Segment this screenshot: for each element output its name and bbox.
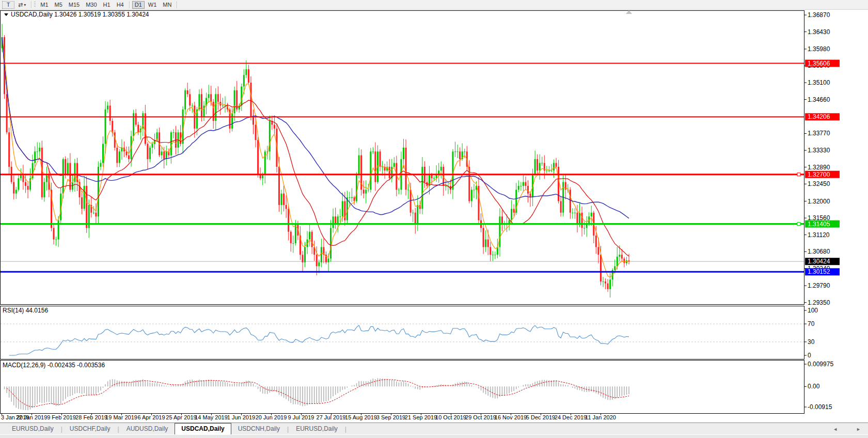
- arrows-tool-button[interactable]: ⇄ ▾: [15, 1, 28, 9]
- candle-body: [172, 132, 174, 133]
- candle-body: [518, 186, 519, 190]
- candle-body: [623, 259, 625, 263]
- time-scale[interactable]: [0, 414, 804, 421]
- candle-body: [597, 247, 599, 255]
- timeframe-button-m30[interactable]: M30: [83, 1, 99, 9]
- candle-body: [241, 86, 242, 105]
- candle-body: [485, 240, 486, 247]
- candle-body: [337, 216, 339, 224]
- candle-body: [105, 110, 106, 144]
- chart-tab-audusd-daily[interactable]: AUDUSD,Daily: [120, 424, 175, 434]
- timeframe-button-w1[interactable]: W1: [146, 1, 160, 9]
- candle-body: [349, 197, 350, 198]
- price-scale[interactable]: [804, 10, 868, 413]
- timeframe-button-m15[interactable]: M15: [66, 1, 82, 9]
- candle-body: [374, 151, 376, 182]
- candle-body: [161, 151, 163, 155]
- candle-body: [536, 159, 538, 170]
- candle-body: [553, 163, 555, 170]
- candle-body: [109, 105, 111, 121]
- candle-body: [86, 186, 87, 228]
- candle-body: [410, 190, 412, 212]
- toolbar-separator: [177, 1, 177, 8]
- candle-body: [290, 232, 292, 243]
- candle-body: [255, 124, 257, 140]
- macd-indicator-label: MACD(12,26,9) -0.002435 -0.003536: [3, 362, 105, 369]
- candle-body: [525, 182, 526, 186]
- candle-body: [415, 213, 416, 224]
- candle-body: [311, 232, 313, 247]
- candle-body: [278, 167, 280, 205]
- candle-body: [602, 281, 604, 282]
- rsi-indicator-label: RSI(14) 44.0156: [3, 307, 48, 314]
- candle-body: [100, 163, 101, 166]
- candle-body: [39, 148, 40, 151]
- macd-panel[interactable]: [1, 361, 804, 414]
- candle-body: [614, 266, 616, 270]
- candle-body: [74, 163, 75, 182]
- chart-tab-usdcad-daily[interactable]: USDCAD,Daily: [175, 423, 231, 435]
- candle-body: [84, 186, 85, 209]
- toolbar-grip[interactable]: [34, 2, 36, 8]
- candle-body: [135, 113, 137, 124]
- candle-body: [231, 113, 233, 129]
- candle-body: [137, 124, 139, 132]
- candle-body: [217, 94, 219, 102]
- candle-body: [208, 94, 210, 98]
- main-chart-panel[interactable]: [1, 11, 804, 305]
- candle-body: [342, 201, 343, 217]
- timeframe-button-d1[interactable]: D1: [132, 1, 145, 9]
- candle-body: [15, 190, 17, 193]
- candle-body: [309, 232, 310, 240]
- candle-body: [65, 159, 66, 175]
- candle-body: [583, 228, 585, 228]
- candle-body: [556, 163, 557, 166]
- chart-tab-eurusd-daily[interactable]: EURUSD,Daily: [5, 424, 60, 434]
- timeframe-button-m5[interactable]: M5: [52, 1, 65, 9]
- candle-body: [210, 94, 212, 102]
- candle-body: [281, 194, 282, 205]
- candle-body: [116, 148, 118, 163]
- candle-body: [189, 94, 191, 105]
- candle-body: [393, 163, 395, 166]
- rsi-panel[interactable]: [1, 306, 804, 359]
- candle-body: [548, 170, 550, 171]
- candle-body: [457, 151, 459, 152]
- hline-anchor-marker[interactable]: [797, 223, 800, 226]
- tab-strip: EURUSD,Daily|USDCHF,Daily|AUDUSD,DailyUS…: [5, 423, 347, 435]
- candle-body: [351, 197, 353, 198]
- candle-body: [316, 255, 318, 266]
- candle-body: [184, 90, 186, 110]
- candle-body: [149, 148, 151, 159]
- candle-body: [621, 255, 623, 258]
- candle-body: [541, 163, 543, 163]
- candle-body: [8, 132, 10, 167]
- text-tool-button[interactable]: T: [2, 1, 14, 9]
- tab-scroll-right-icon[interactable]: ►: [856, 427, 861, 432]
- candle-body: [570, 190, 571, 212]
- candle-body: [107, 105, 108, 109]
- hline-anchor-marker[interactable]: [797, 173, 800, 176]
- candle-body: [318, 262, 320, 266]
- chart-tab-eurusd-daily[interactable]: EURUSD,Daily: [289, 424, 344, 434]
- chart-canvas[interactable]: 1.368701.364301.359801.355401.351001.346…: [0, 0, 868, 423]
- candle-body: [579, 213, 580, 224]
- candle-body: [81, 197, 83, 209]
- candle-body: [412, 213, 414, 213]
- candle-body: [407, 190, 409, 190]
- tab-scroll-left-icon[interactable]: ◄: [833, 427, 838, 432]
- chart-tab-usdchf-daily[interactable]: USDCHF,Daily: [63, 424, 117, 434]
- arrows-icon: ⇄: [18, 2, 23, 8]
- timeframe-button-mn[interactable]: MN: [160, 1, 174, 9]
- timeframe-button-m1[interactable]: M1: [38, 1, 51, 9]
- timeframe-button-h1[interactable]: H1: [101, 1, 113, 9]
- tab-scroll-controls: ◄ ►: [833, 423, 861, 435]
- chart-tab-usdcnh-daily[interactable]: USDCNH,Daily: [231, 424, 287, 434]
- timeframe-button-h4[interactable]: H4: [114, 1, 127, 9]
- candle-body: [37, 151, 38, 152]
- candle-body: [6, 94, 8, 132]
- candle-body: [292, 243, 294, 244]
- candle-body: [93, 213, 94, 213]
- chart-title-quote: USDCAD,Daily 1.30426 1.30519 1.30355 1.3…: [11, 11, 149, 18]
- candle-body: [440, 167, 442, 170]
